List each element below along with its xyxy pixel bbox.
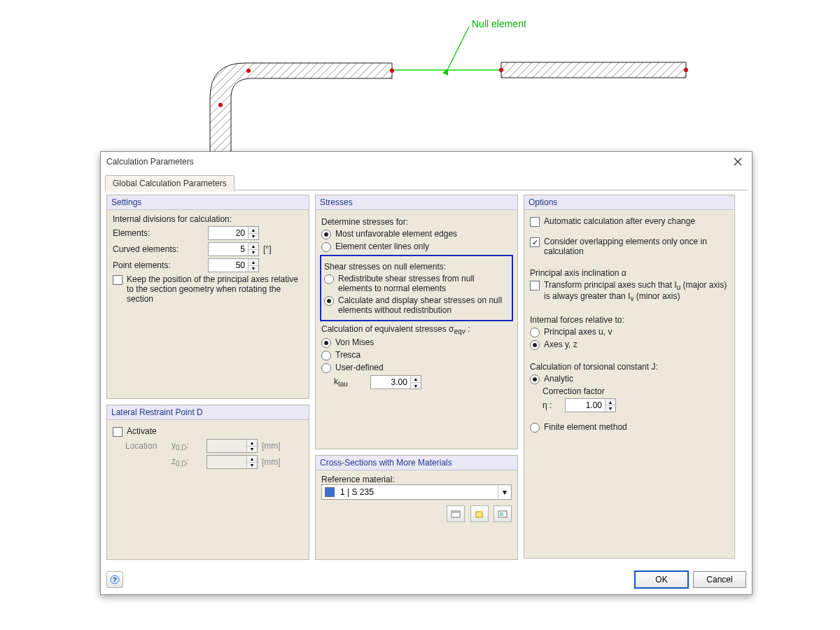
ref-material-combo[interactable]: 1 | S 235 ▾	[321, 484, 512, 500]
activate-label: Activate	[127, 426, 157, 436]
elements-label: Elements:	[113, 228, 204, 238]
chevron-down-icon[interactable]: ▼	[411, 383, 421, 389]
keep-axes-checkbox[interactable]: Keep the position of the principal axes …	[113, 274, 303, 304]
overlap-checkbox[interactable]: ✓Consider overlapping elements only once…	[530, 237, 729, 256]
correction-label: Correction factor	[542, 386, 729, 396]
chevron-down-icon[interactable]: ▼	[248, 234, 258, 240]
alpha-header: Principal axis inclination α	[530, 268, 729, 278]
tab-strip: Global Calculation Parameters	[105, 174, 748, 190]
close-icon[interactable]	[729, 155, 746, 169]
radio-analytic[interactable]: Analytic	[530, 374, 729, 384]
y0-stepper: ▲▼	[206, 439, 258, 453]
cross-header: Cross-Sections with More Materials	[316, 456, 517, 470]
svg-line-9	[448, 27, 469, 69]
y0-input	[207, 440, 246, 452]
svg-text:?: ?	[113, 576, 117, 583]
dialog-footer: ? OK Cancel	[106, 570, 746, 589]
svg-point-6	[390, 69, 394, 73]
activate-checkbox[interactable]: Activate	[113, 426, 303, 437]
z0-unit: [mm]	[262, 457, 281, 467]
ktau-stepper[interactable]: ▲▼	[370, 375, 421, 389]
help-button[interactable]: ?	[106, 571, 123, 588]
shear-header: Shear stresses on null elements:	[324, 262, 509, 272]
lateral-restraint-panel: Lateral Restraint Point D Activate Locat…	[106, 405, 309, 560]
eta-label: η :	[542, 400, 561, 410]
ref-material-label: Reference material:	[321, 475, 512, 484]
transform-axes-checkbox[interactable]: Transform principal axes such that Iu (m…	[530, 280, 729, 303]
ok-button[interactable]: OK	[634, 570, 689, 589]
chevron-up-icon[interactable]: ▲	[606, 399, 615, 406]
new-button[interactable]	[470, 505, 489, 522]
calculation-parameters-dialog: Calculation Parameters Global Calculatio…	[100, 151, 752, 595]
radio-user-defined[interactable]: User-defined	[321, 363, 512, 373]
chevron-up-icon[interactable]: ▲	[248, 259, 258, 266]
curved-unit: [°]	[263, 244, 271, 254]
lateral-header: Lateral Restraint Point D	[107, 405, 309, 420]
divisions-label: Internal divisions for calculation:	[113, 214, 303, 224]
radio-tresca[interactable]: Tresca	[321, 350, 512, 360]
svg-point-5	[246, 69, 251, 73]
dialog-title: Calculation Parameters	[106, 157, 729, 167]
stresses-panel: Stresses Determine stresses for: Most un…	[315, 195, 518, 449]
dialog-titlebar: Calculation Parameters	[101, 152, 752, 172]
radio-axes-yz[interactable]: Axes y, z	[530, 340, 729, 350]
chevron-up-icon[interactable]: ▲	[248, 243, 258, 250]
material-swatch	[325, 487, 335, 497]
ktau-input[interactable]	[371, 376, 410, 388]
curved-label: Curved elements:	[113, 244, 204, 254]
svg-point-4	[218, 103, 223, 107]
chevron-down-icon[interactable]: ▼	[248, 250, 258, 256]
elements-input[interactable]	[209, 227, 248, 239]
chevron-down-icon[interactable]: ▼	[606, 405, 615, 412]
ref-material-value: 1 | S 235	[337, 487, 498, 497]
torsion-header: Calculation of torsional constant J:	[530, 362, 729, 372]
eta-input[interactable]	[566, 399, 605, 412]
curved-input[interactable]	[209, 243, 248, 255]
elements-stepper[interactable]: ▲▼	[208, 226, 259, 240]
eta-stepper[interactable]: ▲▼	[565, 398, 616, 412]
point-stepper[interactable]: ▲▼	[208, 258, 259, 272]
svg-rect-10	[451, 511, 460, 517]
point-label: Point elements:	[113, 260, 204, 270]
settings-header: Settings	[107, 195, 309, 210]
radio-axes-uv[interactable]: Principal axes u, v	[530, 327, 729, 337]
z0-input	[207, 456, 246, 468]
keep-axes-label: Keep the position of the principal axes …	[127, 274, 303, 304]
radio-center[interactable]: Element center lines only	[321, 241, 512, 252]
radio-edges[interactable]: Most unfavorable element edges	[321, 229, 512, 239]
options-header: Options	[524, 195, 734, 210]
ktau-label: ktau	[334, 377, 348, 388]
chevron-down-icon[interactable]: ▼	[248, 266, 258, 272]
y0-label: y0,D:	[172, 440, 202, 451]
radio-fem[interactable]: Finite element method	[530, 422, 729, 433]
point-input[interactable]	[209, 259, 248, 272]
library-button[interactable]	[447, 505, 465, 522]
svg-rect-13	[500, 512, 503, 516]
cancel-button[interactable]: Cancel	[693, 571, 746, 588]
chevron-up-icon[interactable]: ▲	[411, 376, 421, 383]
null-element-annotation: Null element	[472, 18, 526, 29]
options-panel: Options Automatic calculation after ever…	[524, 195, 735, 559]
edit-button[interactable]	[493, 505, 512, 522]
auto-calc-checkbox[interactable]: Automatic calculation after every change	[530, 216, 729, 227]
chevron-down-icon[interactable]: ▾	[498, 485, 511, 499]
location-label: Location	[125, 441, 167, 451]
chevron-up-icon[interactable]: ▲	[248, 227, 258, 234]
radio-von-mises[interactable]: Von Mises	[321, 337, 512, 348]
curved-stepper[interactable]: ▲▼	[208, 242, 259, 256]
svg-point-7	[499, 68, 503, 72]
z0-label: z0,D:	[172, 456, 202, 468]
transform-axes-label: Transform principal axes such that Iu (m…	[544, 280, 729, 303]
cross-sections-panel: Cross-Sections with More Materials Refer…	[315, 455, 518, 560]
z0-stepper: ▲▼	[206, 455, 258, 469]
settings-panel: Settings Internal divisions for calculat…	[106, 195, 309, 399]
svg-point-8	[684, 68, 688, 72]
determine-label: Determine stresses for:	[321, 217, 512, 227]
stresses-header: Stresses	[316, 195, 517, 210]
radio-shear-redistribute[interactable]: Redistribute shear stresses from null el…	[324, 274, 509, 293]
radio-shear-calc[interactable]: Calculate and display shear stresses on …	[324, 295, 509, 315]
tab-global-calc-params[interactable]: Global Calculation Parameters	[105, 175, 234, 192]
forces-header: Internal forces relative to:	[530, 315, 729, 325]
y0-unit: [mm]	[262, 441, 281, 451]
shear-highlight-box: Shear stresses on null elements: Redistr…	[320, 255, 513, 321]
